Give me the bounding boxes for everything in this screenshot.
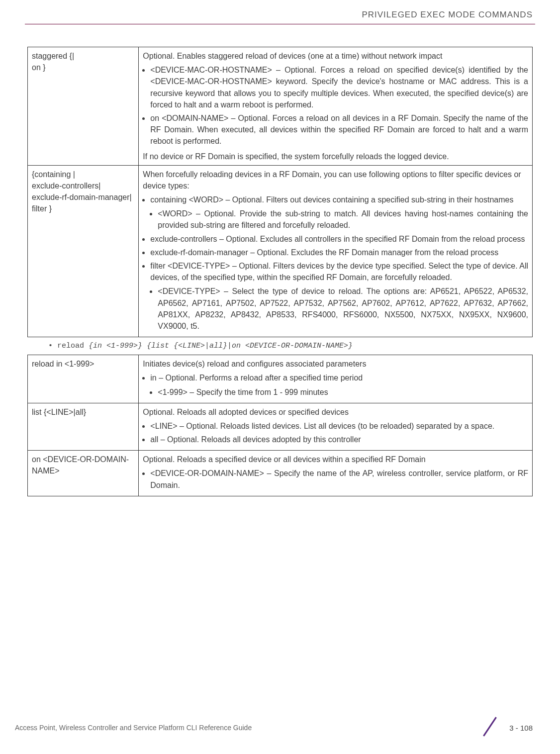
- sub-item: <1-999> – Specify the time from 1 - 999 …: [158, 386, 528, 398]
- desc-intro: When forcefully reloading devices in a R…: [143, 169, 528, 191]
- command-syntax: • reload {in <1-999>} {list {<LINE>|all}…: [27, 337, 533, 355]
- sub-list: <WORD> – Optional. Provide the sub-strin…: [150, 208, 528, 231]
- list-item: <DEVICE-OR-DOMAIN-NAME> – Specify the na…: [150, 468, 528, 490]
- table-row: {containing |exclude-controllers|exclude…: [28, 165, 533, 337]
- param-text: on <DEVICE-OR-DOMAIN-NAME>: [32, 455, 129, 475]
- page-header: PRIVILEGED EXEC MODE COMMANDS: [0, 0, 560, 24]
- param-text: list {<LINE>|all}: [32, 408, 86, 416]
- header-title: PRIVILEGED EXEC MODE COMMANDS: [362, 10, 533, 19]
- command-args: {in <1-999>} {list {<LINE>|all}|on <DEVI…: [89, 342, 353, 350]
- table-1: staggered {|on } Optional. Enables stagg…: [27, 47, 533, 337]
- param-cell: list {<LINE>|all}: [28, 403, 139, 451]
- bullet-text: filter <DEVICE-TYPE> – Optional. Filters…: [150, 262, 528, 282]
- list-item: in – Optional. Performs a reload after a…: [150, 372, 528, 397]
- page-footer: Access Point, Wireless Controller and Se…: [0, 716, 560, 739]
- list-item: filter <DEVICE-TYPE> – Optional. Filters…: [150, 260, 528, 332]
- desc-cell: Optional. Reloads a specified device or …: [139, 451, 533, 496]
- table-2: reload in <1-999> Initiates device(s) re…: [27, 355, 533, 496]
- list-item: exclude-rf-domain-manager – Optional. Ex…: [150, 247, 528, 258]
- param-text: staggered {|on }: [32, 52, 74, 72]
- bullet-text: in – Optional. Performs a reload after a…: [150, 374, 363, 382]
- param-text: {containing |exclude-controllers|exclude…: [32, 170, 132, 213]
- list-item: containing <WORD> – Optional. Filters ou…: [150, 194, 528, 231]
- main-content: staggered {|on } Optional. Enables stagg…: [0, 47, 560, 496]
- desc-cell: When forcefully reloading devices in a R…: [139, 165, 533, 337]
- param-cell: reload in <1-999>: [28, 355, 139, 403]
- header-divider: [25, 24, 535, 24]
- desc-list: containing <WORD> – Optional. Filters ou…: [143, 194, 528, 332]
- slash-icon: [479, 716, 500, 739]
- desc-cell: Optional. Enables staggered reload of de…: [139, 47, 533, 166]
- desc-intro: Optional. Enables staggered reload of de…: [143, 50, 528, 62]
- param-text: reload in <1-999>: [32, 360, 94, 368]
- svg-line-0: [484, 717, 496, 736]
- sub-item: <WORD> – Optional. Provide the sub-strin…: [158, 208, 528, 231]
- list-item: all – Optional. Reloads all devices adop…: [150, 434, 528, 445]
- desc-intro: Optional. Reloads a specified device or …: [143, 454, 528, 465]
- desc-cell: Initiates device(s) reload and configure…: [139, 355, 533, 403]
- command-prefix: • reload: [48, 342, 89, 350]
- desc-list: <DEVICE-OR-DOMAIN-NAME> – Specify the na…: [143, 468, 528, 490]
- sub-item: <DEVICE-TYPE> – Select the type of devic…: [158, 285, 528, 332]
- desc-list: in – Optional. Performs a reload after a…: [143, 372, 528, 397]
- param-cell: {containing |exclude-controllers|exclude…: [28, 165, 139, 337]
- desc-intro: Optional. Reloads all adopted devices or…: [143, 406, 528, 418]
- table-row: staggered {|on } Optional. Enables stagg…: [28, 47, 533, 166]
- sub-list: <1-999> – Specify the time from 1 - 999 …: [150, 386, 528, 398]
- list-item: exclude-controllers – Optional. Excludes…: [150, 233, 528, 245]
- param-cell: on <DEVICE-OR-DOMAIN-NAME>: [28, 451, 139, 496]
- sub-list: <DEVICE-TYPE> – Select the type of devic…: [150, 285, 528, 332]
- footer-doc-title: Access Point, Wireless Controller and Se…: [15, 724, 252, 732]
- page-number: 3 - 108: [509, 724, 533, 732]
- desc-list: <LINE> – Optional. Reloads listed device…: [143, 420, 528, 445]
- list-item: on <DOMAIN-NAME> – Optional. Forces a re…: [150, 112, 528, 147]
- desc-cell: Optional. Reloads all adopted devices or…: [139, 403, 533, 451]
- table-row: list {<LINE>|all} Optional. Reloads all …: [28, 403, 533, 451]
- list-item: <DEVICE-MAC-OR-HOSTNAME> – Optional. For…: [150, 64, 528, 110]
- footer-right: 3 - 108: [479, 716, 533, 739]
- table-row: reload in <1-999> Initiates device(s) re…: [28, 355, 533, 403]
- desc-list: <DEVICE-MAC-OR-HOSTNAME> – Optional. For…: [143, 64, 528, 147]
- param-cell: staggered {|on }: [28, 47, 139, 166]
- desc-intro: Initiates device(s) reload and configure…: [143, 358, 528, 370]
- table-row: on <DEVICE-OR-DOMAIN-NAME> Optional. Rel…: [28, 451, 533, 496]
- bullet-text: containing <WORD> – Optional. Filters ou…: [150, 195, 513, 204]
- desc-after: If no device or RF Domain is specified, …: [143, 151, 528, 162]
- list-item: <LINE> – Optional. Reloads listed device…: [150, 420, 528, 432]
